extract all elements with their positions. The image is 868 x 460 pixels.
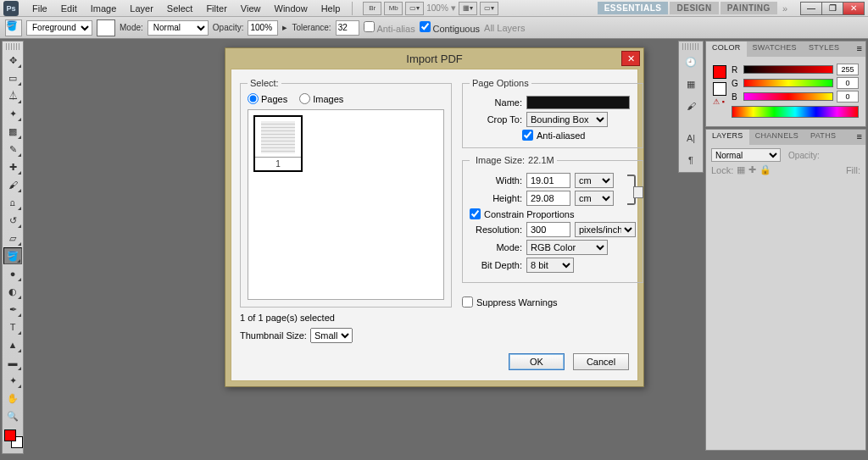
g-slider[interactable] (743, 79, 833, 87)
layers-menu-icon[interactable]: ≡ (854, 130, 865, 145)
panel-fg-swatch[interactable] (713, 65, 726, 79)
cancel-button[interactable]: Cancel (573, 353, 629, 370)
menu-layer[interactable]: Layer (123, 1, 160, 16)
panel-grip[interactable] (682, 43, 699, 50)
blend-mode-select[interactable]: Normal (147, 20, 209, 36)
miniview-icon[interactable]: Mb (384, 2, 403, 15)
workspace-design[interactable]: DESIGN (670, 2, 718, 14)
g-value[interactable]: 0 (837, 77, 859, 89)
color-swatches[interactable] (4, 430, 23, 448)
stamp-tool[interactable]: ⩍ (3, 194, 22, 211)
window-close[interactable]: ✕ (843, 2, 865, 15)
brush-tool[interactable]: 🖌 (3, 176, 22, 193)
menu-filter[interactable]: Filter (199, 1, 233, 16)
r-slider[interactable] (743, 65, 833, 74)
width-field[interactable] (526, 173, 570, 188)
width-unit-select[interactable]: cm (575, 173, 614, 188)
height-unit-select[interactable]: cm (575, 191, 614, 206)
marquee-tool[interactable]: ▭ (3, 69, 22, 86)
lasso-tool[interactable]: ⏃ (3, 87, 22, 104)
heal-tool[interactable]: ✚ (3, 158, 22, 175)
ok-button[interactable]: OK (509, 353, 565, 370)
page-thumbnail-1[interactable]: 1 (253, 115, 303, 172)
blur-tool[interactable]: ● (3, 265, 22, 282)
antialiased-checkbox[interactable] (522, 130, 533, 141)
pattern-swatch[interactable] (97, 19, 115, 36)
eyedropper-tool[interactable]: ✎ (3, 141, 22, 158)
panel-menu-icon[interactable]: ≡ (854, 42, 865, 57)
resolution-field[interactable] (526, 222, 570, 237)
workspace-painting[interactable]: PAINTING (721, 2, 777, 14)
height-field[interactable] (526, 191, 570, 206)
opacity-field[interactable] (248, 20, 278, 36)
swatches-icon[interactable]: ▦ (680, 74, 702, 94)
dialog-close-button[interactable]: ✕ (621, 51, 640, 66)
contiguous-checkbox[interactable] (420, 21, 431, 32)
antialias-checkbox[interactable] (364, 21, 375, 32)
tolerance-field[interactable] (336, 20, 359, 36)
workspace-more-icon[interactable]: » (782, 3, 787, 14)
menu-window[interactable]: Window (268, 1, 314, 16)
layer-blend-select[interactable]: Normal (711, 148, 781, 162)
foreground-color-swatch[interactable] (4, 430, 16, 441)
fill-source-select[interactable]: Foreground (26, 20, 92, 36)
hand-tool[interactable]: ✋ (3, 390, 22, 407)
path-select-tool[interactable]: ▲ (3, 336, 22, 353)
color-mode-select[interactable]: RGB Color (526, 240, 608, 255)
lock-all-icon[interactable]: 🔒 (760, 164, 771, 175)
menu-file[interactable]: File (25, 1, 54, 16)
menu-help[interactable]: Help (314, 1, 348, 16)
bridge-icon[interactable]: Br (363, 2, 381, 15)
lock-position-icon[interactable]: ✚ (748, 164, 756, 175)
toolbox-grip[interactable] (6, 43, 19, 50)
screen-mode-icon[interactable]: ▭▾ (405, 2, 424, 15)
thumbnail-list[interactable]: 1 (248, 109, 444, 300)
type-tool[interactable]: T (3, 319, 22, 335)
pages-radio[interactable] (248, 93, 259, 104)
move-tool[interactable]: ✥ (3, 52, 22, 69)
crop-to-select[interactable]: Bounding Box (526, 112, 608, 127)
shape-tool[interactable]: ▬ (3, 354, 22, 371)
bucket-tool[interactable]: 🪣 (3, 247, 22, 264)
grid-icon[interactable]: ▦▾ (459, 2, 477, 15)
character-icon[interactable]: A| (680, 128, 702, 148)
menu-edit[interactable]: Edit (54, 1, 84, 16)
tab-channels[interactable]: CHANNELS (749, 130, 804, 145)
bitdepth-select[interactable]: 8 bit (526, 258, 574, 273)
constrain-checkbox[interactable] (470, 208, 481, 219)
lock-pixels-icon[interactable]: ▦ (737, 164, 745, 175)
menu-select[interactable]: Select (160, 1, 200, 16)
window-minimize[interactable]: — (800, 2, 822, 15)
tab-swatches[interactable]: SWATCHES (747, 42, 803, 57)
history-brush-tool[interactable]: ↺ (3, 212, 22, 229)
images-radio[interactable] (299, 93, 310, 104)
b-slider[interactable] (743, 92, 833, 101)
r-value[interactable]: 255 (837, 64, 859, 75)
dodge-tool[interactable]: ◐ (3, 283, 22, 300)
name-field[interactable]: hidden (526, 96, 630, 109)
b-value[interactable]: 0 (837, 91, 859, 103)
tab-styles[interactable]: STYLES (803, 42, 845, 57)
brush-presets-icon[interactable]: 🖌 (680, 96, 702, 116)
menu-image[interactable]: Image (84, 1, 124, 16)
tab-color[interactable]: COLOR (706, 42, 747, 57)
history-icon[interactable]: 🕘 (680, 52, 702, 72)
tab-layers[interactable]: LAYERS (706, 130, 749, 145)
window-restore[interactable]: ❐ (821, 2, 843, 15)
3d-tool[interactable]: ✦ (3, 372, 22, 389)
zoom-tool[interactable]: 🔍 (3, 407, 22, 424)
eraser-tool[interactable]: ▱ (3, 230, 22, 247)
wand-tool[interactable]: ✦ (3, 105, 22, 122)
crop-tool[interactable]: ▩ (3, 123, 22, 140)
panel-bg-swatch[interactable] (713, 82, 726, 96)
paragraph-icon[interactable]: ¶ (680, 150, 702, 170)
menu-view[interactable]: View (234, 1, 268, 16)
thumbnail-size-select[interactable]: Small (310, 328, 353, 343)
resolution-unit-select[interactable]: pixels/inch (575, 222, 636, 237)
constrain-link-icon[interactable] (627, 175, 636, 205)
spectrum-picker[interactable] (732, 106, 859, 118)
arrange-icon[interactable]: ▭▾ (480, 2, 498, 15)
suppress-warnings-checkbox[interactable] (462, 297, 473, 308)
tab-paths[interactable]: PATHS (804, 130, 842, 145)
pen-tool[interactable]: ✒ (3, 301, 22, 318)
